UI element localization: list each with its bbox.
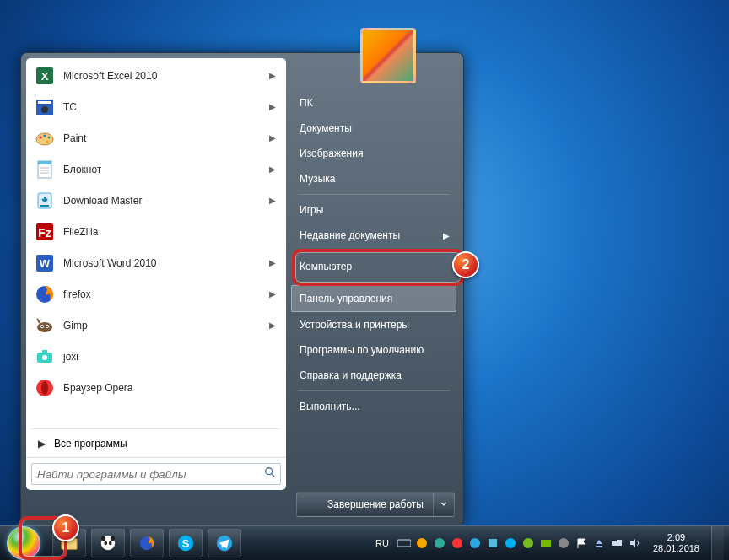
language-indicator[interactable]: RU — [372, 536, 392, 550]
svg-point-7 — [44, 134, 46, 137]
shutdown-options-arrow[interactable] — [433, 493, 454, 516]
svg-point-38 — [111, 536, 116, 541]
svg-line-33 — [272, 474, 275, 477]
tray-app-icon[interactable] — [486, 536, 500, 550]
right-pane-item[interactable]: Игры — [291, 197, 456, 223]
keyboard-icon[interactable] — [397, 536, 411, 550]
svg-point-28 — [42, 355, 47, 360]
program-item[interactable]: Блокнот▶ — [28, 153, 284, 185]
start-menu-left-pane: XMicrosoft Excel 2010▶TC▶Paint▶Блокнот▶D… — [26, 58, 286, 490]
taskbar-firefox-icon[interactable] — [130, 529, 164, 557]
svg-point-52 — [523, 538, 533, 548]
program-item[interactable]: TC▶ — [28, 91, 284, 122]
right-pane-item[interactable]: Справка и поддержка — [291, 363, 456, 388]
right-pane-item[interactable]: Выполнить... — [291, 394, 456, 419]
action-center-flag-icon[interactable] — [575, 536, 588, 550]
program-item[interactable]: FzFileZilla — [28, 216, 284, 247]
network-icon[interactable] — [610, 536, 624, 550]
separator — [298, 282, 450, 283]
shutdown-label: Завершение работы — [327, 498, 424, 510]
user-picture[interactable] — [360, 28, 416, 83]
right-pane-label: Музыка — [300, 173, 335, 185]
svg-rect-45 — [397, 540, 411, 547]
separator — [298, 390, 450, 391]
search-input[interactable] — [31, 463, 281, 485]
right-pane-item[interactable]: Изображения — [291, 141, 456, 166]
opera-icon — [33, 376, 57, 400]
program-item[interactable]: Paint▶ — [28, 122, 284, 153]
taskbar-skype-icon[interactable]: S — [169, 529, 202, 557]
right-pane-item[interactable]: Документы — [291, 116, 456, 141]
right-pane-item[interactable]: Устройства и принтеры — [291, 312, 456, 337]
start-menu-right-pane: ПКДокументыИзображенияМузыкаИгрыНедавние… — [291, 90, 456, 419]
show-desktop-button[interactable] — [711, 526, 724, 560]
program-label: Браузер Opera — [63, 382, 279, 394]
svg-text:Fz: Fz — [38, 226, 51, 240]
flyout-arrow-icon: ▶ — [269, 102, 279, 111]
program-item[interactable]: Браузер Opera — [28, 372, 284, 403]
tray-app-icon[interactable] — [521, 536, 535, 550]
taskbar-panda-icon[interactable] — [91, 529, 125, 557]
right-pane-item[interactable]: Программы по умолчанию — [291, 337, 456, 363]
tray-app-icon[interactable] — [433, 536, 446, 550]
taskbar-explorer-icon[interactable] — [52, 529, 86, 557]
start-menu: XMicrosoft Excel 2010▶TC▶Paint▶Блокнот▶D… — [20, 52, 464, 526]
right-pane-label: Справка и поддержка — [300, 369, 402, 381]
tray-nvidia-icon[interactable] — [539, 536, 553, 550]
svg-point-32 — [266, 468, 273, 475]
flyout-arrow-icon: ▶ — [269, 258, 279, 267]
program-label: Gimp — [63, 320, 269, 331]
program-item[interactable]: XMicrosoft Excel 2010▶ — [28, 60, 284, 91]
right-pane-label: Выполнить... — [300, 401, 360, 412]
svg-rect-53 — [541, 540, 551, 547]
tray-icons — [397, 536, 641, 550]
shutdown-button[interactable]: Завершение работы — [296, 492, 455, 517]
tray-skype-icon[interactable] — [504, 536, 517, 550]
tray-app-icon[interactable] — [415, 536, 429, 550]
right-pane-label: Изображения — [300, 148, 363, 159]
right-pane-item[interactable]: Музыка — [291, 166, 456, 191]
program-item[interactable]: joxi — [28, 341, 284, 372]
separator — [298, 194, 450, 195]
program-item[interactable]: firefox▶ — [28, 278, 284, 310]
program-item[interactable]: Download Master▶ — [28, 185, 284, 216]
notepad-icon — [33, 158, 57, 181]
start-button[interactable] — [7, 526, 40, 560]
program-item[interactable]: WMicrosoft Word 2010▶ — [28, 247, 284, 278]
right-pane-item[interactable]: Панель управления — [291, 285, 456, 312]
volume-icon[interactable] — [628, 536, 641, 550]
svg-point-37 — [101, 536, 106, 541]
program-label: TC — [63, 101, 269, 113]
svg-point-48 — [452, 538, 462, 548]
svg-point-46 — [417, 538, 427, 548]
flyout-arrow-icon: ▶ — [269, 196, 279, 205]
clock[interactable]: 2:09 28.01.2018 — [646, 532, 706, 554]
tc-icon — [33, 95, 57, 119]
tray-app-icon[interactable] — [557, 536, 570, 550]
program-label: Microsoft Word 2010 — [63, 257, 269, 269]
svg-point-9 — [46, 140, 49, 143]
svg-rect-35 — [62, 537, 68, 541]
right-pane-item[interactable]: Недавние документы▶ — [291, 223, 456, 248]
tray-telegram-icon[interactable] — [468, 536, 482, 550]
svg-rect-29 — [42, 350, 47, 353]
svg-rect-16 — [40, 205, 49, 207]
all-programs-button[interactable]: ▶ Все программы — [26, 430, 286, 457]
right-pane-label: Программы по умолчанию — [300, 344, 424, 356]
svg-rect-3 — [38, 101, 51, 104]
eject-icon[interactable] — [592, 536, 606, 550]
tray-app-icon[interactable] — [451, 536, 464, 550]
right-pane-item[interactable]: Компьютер — [291, 254, 456, 279]
flyout-arrow-icon: ▶ — [269, 164, 279, 174]
taskbar-telegram-icon[interactable] — [208, 529, 241, 557]
taskbar-pinned-apps: S — [52, 529, 241, 557]
svg-rect-50 — [489, 539, 497, 547]
desktop: XMicrosoft Excel 2010▶TC▶Paint▶Блокнот▶D… — [0, 0, 729, 560]
excel-icon: X — [33, 64, 57, 88]
right-pane-label: Документы — [300, 122, 352, 134]
svg-point-8 — [48, 136, 51, 138]
right-pane-item[interactable]: ПК — [291, 90, 456, 116]
program-item[interactable]: Gimp▶ — [28, 310, 284, 341]
program-label: joxi — [63, 351, 279, 363]
search-box-container — [26, 457, 286, 490]
